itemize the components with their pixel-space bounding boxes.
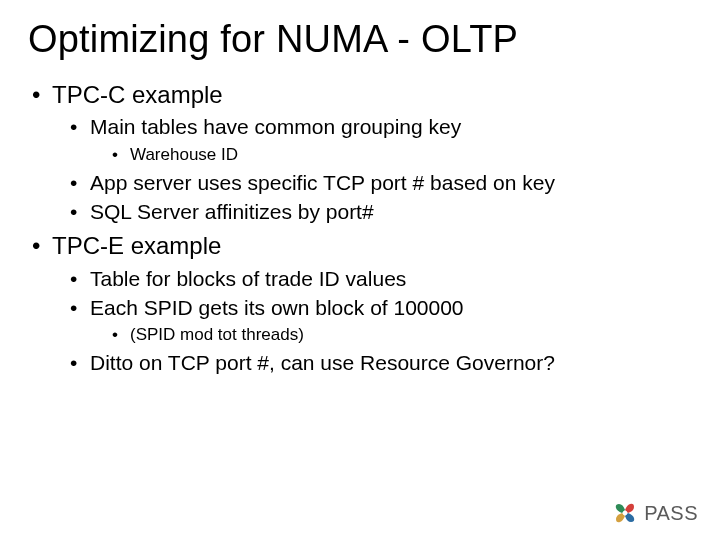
bullet-text: TPC-C example bbox=[52, 81, 223, 108]
bullet-lvl2: Main tables have common grouping key War… bbox=[66, 113, 692, 166]
slide-title: Optimizing for NUMA - OLTP bbox=[28, 18, 692, 61]
pass-logo: PASS bbox=[612, 500, 698, 526]
bullet-lvl2: App server uses specific TCP port # base… bbox=[66, 169, 692, 197]
bullet-lvl1: TPC-C example Main tables have common gr… bbox=[28, 79, 692, 226]
bullet-text: App server uses specific TCP port # base… bbox=[90, 171, 555, 194]
bullet-text: Main tables have common grouping key bbox=[90, 115, 461, 138]
pass-logo-icon bbox=[612, 500, 638, 526]
bullet-lvl3: (SPID mod tot threads) bbox=[108, 323, 692, 347]
bullet-sublist: (SPID mod tot threads) bbox=[90, 323, 692, 347]
svg-point-0 bbox=[623, 511, 627, 515]
slide-body: Optimizing for NUMA - OLTP TPC-C example… bbox=[0, 0, 720, 377]
bullet-sublist: Main tables have common grouping key War… bbox=[52, 113, 692, 226]
bullet-lvl1: TPC-E example Table for blocks of trade … bbox=[28, 230, 692, 377]
bullet-text: Ditto on TCP port #, can use Resource Go… bbox=[90, 351, 555, 374]
bullet-text: (SPID mod tot threads) bbox=[130, 325, 304, 344]
bullet-list: TPC-C example Main tables have common gr… bbox=[28, 79, 692, 377]
pass-logo-text: PASS bbox=[644, 502, 698, 525]
bullet-text: Each SPID gets its own block of 100000 bbox=[90, 296, 464, 319]
bullet-lvl2: Table for blocks of trade ID values bbox=[66, 265, 692, 293]
bullet-text: Warehouse ID bbox=[130, 145, 238, 164]
bullet-lvl2: SQL Server affinitizes by port# bbox=[66, 198, 692, 226]
bullet-text: SQL Server affinitizes by port# bbox=[90, 200, 374, 223]
bullet-lvl3: Warehouse ID bbox=[108, 143, 692, 167]
bullet-text: TPC-E example bbox=[52, 232, 221, 259]
bullet-text: Table for blocks of trade ID values bbox=[90, 267, 406, 290]
bullet-lvl2: Each SPID gets its own block of 100000 (… bbox=[66, 294, 692, 347]
bullet-sublist: Warehouse ID bbox=[90, 143, 692, 167]
bullet-sublist: Table for blocks of trade ID values Each… bbox=[52, 265, 692, 378]
bullet-lvl2: Ditto on TCP port #, can use Resource Go… bbox=[66, 349, 692, 377]
